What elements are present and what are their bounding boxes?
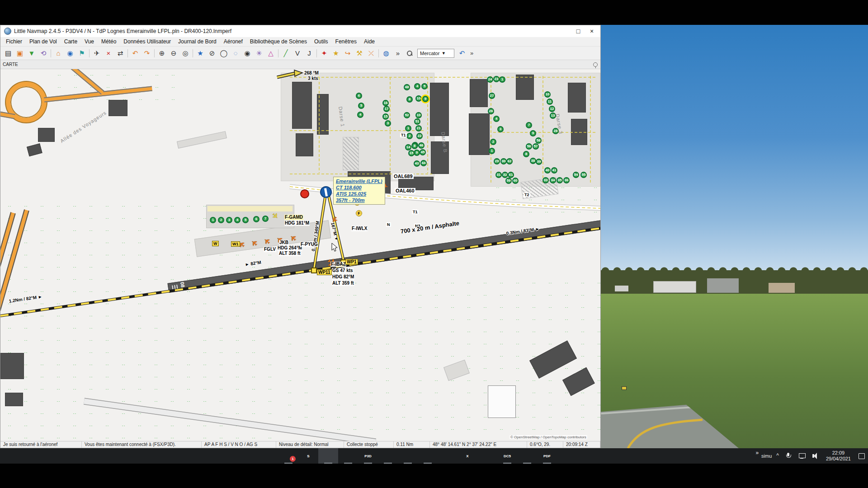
favorite-icon[interactable]: ★ [330,48,342,59]
menu-item[interactable]: Outils [311,38,332,46]
hidden-icons-chevron[interactable]: ^ [774,452,782,459]
action-center-icon[interactable] [858,453,865,459]
reset-view-icon[interactable]: ⟲ [38,48,49,59]
ring-app[interactable] [259,448,278,464]
show-seaplane-bases-icon[interactable]: ◌ [230,48,241,59]
parking-marker: 57 [533,143,539,150]
taskbar-clock[interactable]: 22:09 29/04/2021 [826,450,851,462]
toolbar-icon: ↶ [132,49,138,57]
video-app[interactable] [179,448,199,464]
map-search-button[interactable] [404,48,415,59]
center-flightplan-icon[interactable]: ◉ [64,48,76,59]
calc-route-icon[interactable]: ✈ [91,48,103,59]
map-home-icon[interactable]: ⌂ [52,48,64,59]
volume-icon[interactable] [812,453,819,459]
globe-page-app[interactable] [438,448,458,464]
calculator[interactable] [219,448,239,464]
file-explorer[interactable] [60,448,80,464]
pdf-app[interactable]: PDF [537,448,557,464]
sim-building [615,286,628,291]
zoom-in-icon[interactable]: ⊕ [156,48,168,59]
parking-marker: 24 [487,76,493,83]
parking-marker: 10 [415,112,422,118]
map-undo-button[interactable]: ↶ [456,48,468,59]
maximize-button[interactable]: □ [571,26,585,36]
parking-marker: 4 [234,217,241,223]
edge[interactable] [199,448,219,464]
tools-icon[interactable]: ⚒ [354,48,365,59]
map-canvas[interactable]: ✈✈✈✈✈✈✈✈✈ 654161715348458109521051121222… [0,69,600,441]
projection-select[interactable]: Mercator ▾ [417,49,454,58]
userpoint-icon[interactable]: ✦ [318,48,330,59]
orb-app[interactable] [418,448,438,464]
sim-tool-app[interactable] [378,448,398,464]
network-icon[interactable] [798,453,806,459]
title-bar[interactable]: Little Navmap 2.4.5 - P3DV4 / N - TdP Lo… [0,25,600,37]
crossed-tools-icon[interactable]: ⤫ [365,48,377,59]
menu-item[interactable]: Données Utilisateur [120,38,175,46]
vlc[interactable] [80,448,99,464]
undo-icon[interactable]: ↶ [129,48,141,59]
discord[interactable]: 1 [278,448,298,464]
menu-item[interactable]: Météo [98,38,120,46]
show-jet-airways-icon[interactable]: J [303,48,315,59]
security-app[interactable] [139,448,159,464]
menu-item[interactable]: Vue [81,38,98,46]
tray-overflow-icon[interactable]: » [753,450,761,456]
toolbar-icon: ◉ [67,49,73,57]
x-app[interactable]: X [458,448,477,464]
reverse-route-icon[interactable]: ⇄ [114,48,126,59]
close-button[interactable]: × [585,26,599,36]
firefox[interactable] [338,448,358,464]
map-label: 167°M ▼ [330,222,339,241]
prepar3d[interactable]: P3D [358,448,378,464]
zoom-out-icon[interactable]: ⊖ [168,48,179,59]
menu-item[interactable]: Bibliothèque de Scènes [246,38,311,46]
menu-item[interactable]: Fichier [2,38,26,46]
overflow-chevron-icon[interactable]: » [392,48,404,59]
procedure-icon[interactable]: ↪ [342,48,354,59]
web-server-icon[interactable]: ◍ [380,48,392,59]
toolbar-icon: ╱ [283,49,288,57]
show-airports-icon[interactable]: ★ [194,48,206,59]
toolbar-overflow-button[interactable]: » [468,50,476,56]
save-flightplan-icon[interactable]: ▼ [26,48,38,59]
aviation-app[interactable]: S [298,448,318,464]
show-victor-airways-icon[interactable]: V [292,48,303,59]
menu-item[interactable]: Aide [360,38,378,46]
obs[interactable] [398,448,418,464]
redo-icon[interactable]: ↷ [141,48,153,59]
delete-leg-icon[interactable]: × [103,48,114,59]
show-empty-airports-icon[interactable]: ⊘ [206,48,218,59]
show-vor-icon[interactable]: ✳ [253,48,265,59]
little-navmap[interactable] [318,448,338,464]
document-app[interactable] [99,448,119,464]
show-helipads-icon[interactable]: ◉ [241,48,253,59]
sim-taxi-sign [622,386,627,390]
zoom-fit-icon[interactable]: ◎ [179,48,191,59]
menu-item[interactable]: Fenêtres [332,38,360,46]
gimp[interactable] [119,448,139,464]
notes-app[interactable] [477,448,497,464]
office-app[interactable] [239,448,259,464]
media-cutter-app[interactable] [159,448,179,464]
spreadsheet-app[interactable] [517,448,537,464]
green-app[interactable] [40,448,60,464]
new-flightplan-icon[interactable]: ▤ [2,48,14,59]
menu-item[interactable]: Aéronef [220,38,246,46]
start-button[interactable] [0,448,20,464]
menu-item[interactable]: Plan de Vol [26,38,61,46]
measure-distance-icon[interactable]: ╱ [280,48,292,59]
dcs[interactable]: DC5 [497,448,517,464]
menu-item[interactable]: Journal de Bord [175,38,220,46]
simulator-view[interactable] [601,25,868,448]
taskbar-search-button[interactable] [20,448,40,464]
show-soft-airports-icon[interactable]: ◯ [218,48,230,59]
show-route-icon[interactable]: ⚑ [76,48,88,59]
microphone-icon[interactable] [785,453,792,459]
dock-pin-icon[interactable] [593,62,598,67]
map-label: WP11 [317,269,332,275]
open-flightplan-icon[interactable]: ▣ [14,48,26,59]
menu-item[interactable]: Carte [61,38,81,46]
show-waypoints-icon[interactable]: △ [265,48,277,59]
